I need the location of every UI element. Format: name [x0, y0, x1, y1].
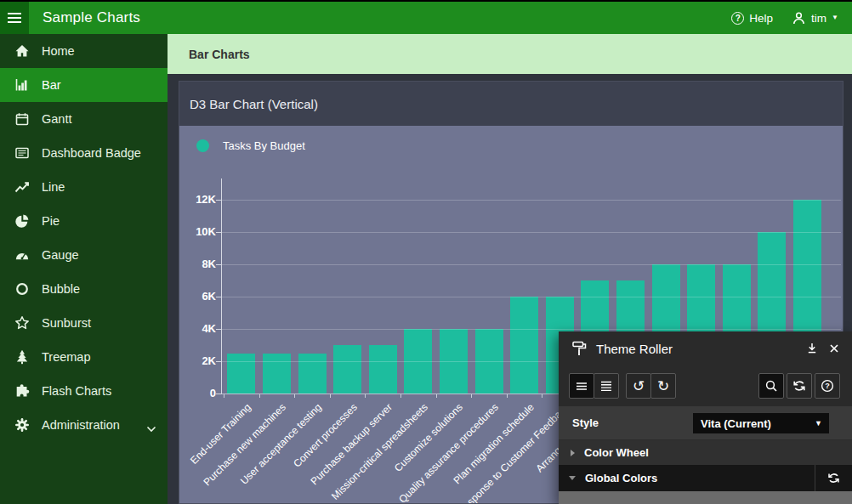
- bar[interactable]: [510, 297, 538, 394]
- x-axis-label: End-user Training: [188, 401, 253, 467]
- y-axis-label: 4K: [182, 322, 216, 336]
- bar[interactable]: [298, 354, 327, 394]
- bar[interactable]: [333, 345, 361, 394]
- sidebar-item-label: Gauge: [42, 248, 79, 262]
- sidebar-item-label: Line: [42, 180, 65, 194]
- bar[interactable]: [369, 345, 397, 394]
- global-colors-refresh-button[interactable]: [815, 465, 852, 491]
- sidebar-item-gantt[interactable]: Gantt: [0, 102, 168, 136]
- gridline: [222, 232, 841, 233]
- hamburger-menu-icon[interactable]: [0, 2, 29, 34]
- sidebar-item-dashboard-badge[interactable]: Dashboard Badge: [0, 136, 168, 170]
- page-title: Bar Charts: [189, 48, 250, 61]
- y-axis-label: 0: [182, 387, 216, 400]
- svg-text:?: ?: [825, 382, 830, 390]
- gridline: [222, 200, 841, 201]
- sidebar-item-label: Flash Charts: [42, 384, 111, 398]
- theme-roller-header[interactable]: Theme Roller: [559, 331, 852, 365]
- help-icon: ?: [731, 12, 744, 25]
- x-axis-tick: [330, 394, 331, 398]
- sidebar-item-flash-charts[interactable]: Flash Charts: [0, 374, 168, 408]
- style-row: Style Vita (Current) ▼: [559, 406, 852, 440]
- bubble-icon: [14, 281, 30, 297]
- accordion-color-wheel[interactable]: Color Wheel: [559, 440, 852, 465]
- sidebar-item-sunburst[interactable]: Sunburst: [0, 306, 168, 340]
- sidebar-item-label: Home: [42, 44, 75, 58]
- badge-icon: [14, 145, 30, 161]
- theme-roller-title: Theme Roller: [596, 342, 673, 356]
- accordion-global-colors[interactable]: Global Colors: [559, 465, 852, 491]
- caret-down-icon: ▼: [832, 14, 838, 21]
- sidebar-item-home[interactable]: Home: [0, 34, 168, 68]
- x-axis-tick: [400, 394, 401, 398]
- chevron-down-icon: [569, 476, 576, 480]
- help-label: Help: [749, 12, 773, 25]
- y-axis-label: 2K: [182, 354, 216, 368]
- user-icon: [792, 11, 806, 25]
- sidebar-item-label: Bar: [42, 78, 61, 92]
- sidebar-item-administration[interactable]: Administration: [0, 408, 168, 442]
- y-axis-tick: [216, 200, 221, 201]
- x-axis-tick: [365, 394, 366, 398]
- select-caret-icon: ▼: [815, 420, 822, 428]
- chevron-down-icon: [146, 422, 156, 428]
- sidebar-item-line[interactable]: Line: [0, 170, 168, 204]
- sidebar-item-gauge[interactable]: Gauge: [0, 238, 168, 272]
- x-axis-tick: [294, 394, 295, 398]
- bar[interactable]: [263, 354, 291, 394]
- x-axis-label: Convert processes: [291, 401, 360, 470]
- redo-button[interactable]: ↻: [650, 373, 676, 399]
- y-axis-tick: [216, 394, 221, 394]
- search-button[interactable]: [758, 373, 784, 399]
- calendar-icon: [14, 111, 30, 127]
- chart-card-title: D3 Bar Chart (Vertical): [190, 97, 318, 111]
- paint-roller-icon: [571, 340, 588, 357]
- theme-roller-panel: Theme Roller ↺ ↻: [559, 331, 852, 504]
- x-axis-tick: [259, 394, 260, 398]
- y-axis-tick: [216, 297, 221, 297]
- sidebar-item-label: Bubble: [42, 282, 80, 296]
- user-menu[interactable]: tim ▼: [792, 11, 838, 25]
- tree-icon: [14, 349, 30, 365]
- style-select-value: Vita (Current): [701, 417, 771, 430]
- chart-card-header: D3 Bar Chart (Vertical): [179, 82, 843, 126]
- bar[interactable]: [227, 354, 255, 394]
- sidebar-item-bar[interactable]: Bar: [0, 68, 168, 102]
- chevron-right-icon: [571, 450, 575, 456]
- y-axis-label: 8K: [182, 258, 216, 271]
- sidebar-item-label: Sunburst: [42, 316, 91, 330]
- bar[interactable]: [475, 329, 503, 394]
- style-select[interactable]: Vita (Current) ▼: [693, 413, 829, 433]
- y-axis-tick: [216, 329, 221, 330]
- undo-button[interactable]: ↺: [626, 373, 651, 399]
- x-axis-tick: [507, 394, 508, 398]
- help-button[interactable]: ? Help: [731, 12, 773, 25]
- legend-label: Tasks By Budget: [223, 139, 305, 152]
- y-axis-label: 6K: [182, 290, 216, 303]
- legend-item[interactable]: Tasks By Budget: [196, 139, 305, 152]
- gear-icon: [14, 417, 30, 433]
- top-header: Sample Charts ? Help tim ▼: [0, 0, 852, 34]
- sidebar-item-bubble[interactable]: Bubble: [0, 272, 168, 306]
- sidebar-item-label: Gantt: [42, 112, 71, 126]
- x-axis-tick: [436, 394, 437, 398]
- line-spacing-compact-button[interactable]: [569, 373, 594, 399]
- pie-chart-icon: [14, 213, 30, 229]
- toolbar-help-button[interactable]: ?: [815, 373, 840, 399]
- refresh-button[interactable]: [787, 373, 812, 399]
- sidebar-item-treemap[interactable]: Treemap: [0, 340, 168, 374]
- download-theme-icon[interactable]: [805, 342, 819, 355]
- legend-marker: [196, 139, 209, 152]
- sidebar-item-label: Administration: [42, 418, 120, 432]
- line-spacing-loose-button[interactable]: [594, 373, 619, 399]
- sidebar-item-label: Dashboard Badge: [42, 146, 141, 160]
- bar[interactable]: [440, 329, 468, 394]
- y-axis-line: [221, 178, 222, 394]
- app-title: Sample Charts: [43, 9, 140, 26]
- puzzle-icon: [14, 383, 30, 399]
- y-axis-tick: [216, 232, 221, 233]
- gauge-icon: [14, 247, 30, 263]
- sidebar-item-pie[interactable]: Pie: [0, 204, 168, 238]
- close-icon[interactable]: [827, 342, 841, 355]
- bar[interactable]: [404, 329, 432, 394]
